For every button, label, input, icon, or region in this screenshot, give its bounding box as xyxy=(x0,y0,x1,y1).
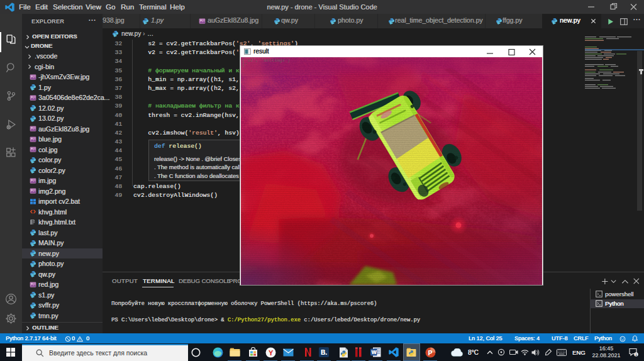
svg-text:Y: Y xyxy=(269,348,274,356)
svg-text:W: W xyxy=(371,349,377,355)
svg-text:P: P xyxy=(428,349,432,356)
svg-text:B.: B. xyxy=(321,349,327,356)
svg-text:1: 1 xyxy=(635,353,637,357)
